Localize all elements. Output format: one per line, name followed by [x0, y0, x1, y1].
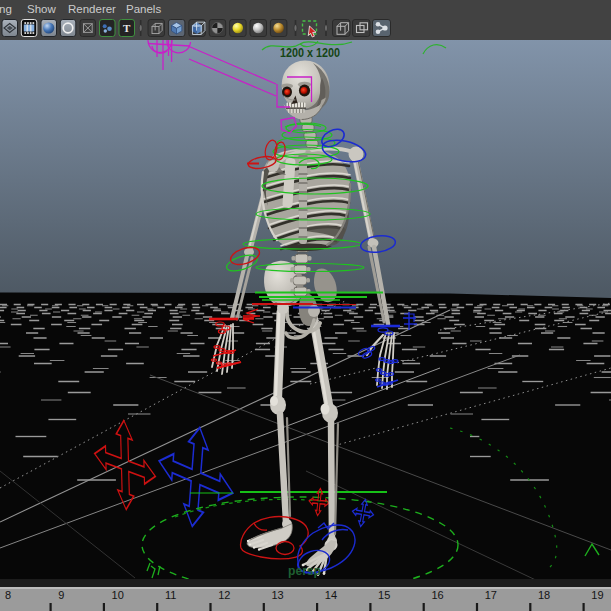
svg-text:9: 9: [58, 589, 64, 601]
svg-text:10: 10: [112, 589, 124, 601]
svg-text:14: 14: [325, 589, 337, 601]
svg-text:persp: persp: [288, 564, 321, 578]
svg-text:8: 8: [5, 589, 11, 601]
svg-text:16: 16: [431, 589, 443, 601]
svg-text:11: 11: [165, 589, 176, 601]
svg-text:12: 12: [218, 589, 230, 601]
svg-text:1200 x 1200: 1200 x 1200: [280, 46, 340, 60]
svg-text:19: 19: [591, 589, 603, 601]
svg-text:T: T: [123, 22, 131, 34]
svg-text:17: 17: [485, 589, 497, 601]
svg-text:18: 18: [538, 589, 550, 601]
svg-text:ng: ng: [0, 3, 12, 15]
svg-text:Renderer: Renderer: [68, 3, 116, 15]
svg-text:Show: Show: [27, 3, 56, 15]
svg-text:Panels: Panels: [126, 3, 161, 15]
svg-text:15: 15: [378, 589, 390, 601]
svg-text:13: 13: [272, 589, 284, 601]
